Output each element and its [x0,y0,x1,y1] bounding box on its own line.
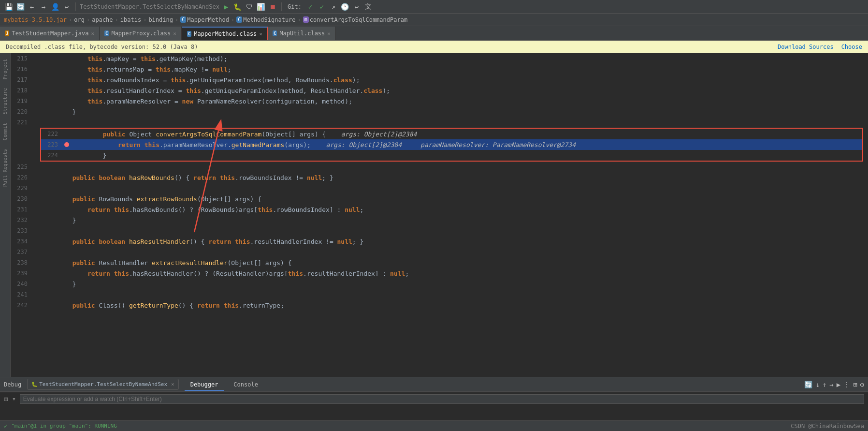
line-content-230: public RowBounds extractRowBounds(Object… [40,195,868,203]
tab-label-3: MapperMethod.class [194,30,257,37]
class-icon-mp: C [104,30,109,36]
code-line-229: 229 [11,183,868,193]
line-content-238: public ResultHandler extractResultHandle… [40,259,868,267]
code-line-221: 221 [11,117,868,128]
line-num-226: 226 [11,174,32,181]
code-line-217: 217 this.rowBoundsIndex = this.getUnique… [11,74,868,85]
debug-session[interactable]: 🐛 TestStudentMapper.TestSelectByNameAndS… [27,379,179,390]
undo-icon[interactable]: ↩ [62,2,72,12]
line-num-238: 238 [11,259,32,266]
tab-label-1: TestStudentMapper.java [12,30,88,37]
tab-close-4[interactable]: × [327,30,331,37]
breadcrumb-class1[interactable]: MapperMethod [187,16,229,23]
line-content-218: this.resultHandlerIndex = this.getUnique… [40,87,868,94]
debug-step-into-icon[interactable]: ↓ [815,381,819,388]
code-line-239: 239 return this.hasResultHandler() ? (Re… [11,268,868,279]
breadcrumb-jar[interactable]: mybatis-3.5.10.jar [4,16,67,23]
translate-icon[interactable]: 文 [363,2,373,12]
tab-label-2: MapperProxy.class [111,30,171,37]
vertical-sidebar: Project Structure Commit Pull Requests [0,53,11,377]
line-num-219: 219 [11,98,32,104]
debug-step-over-icon[interactable]: → [829,381,833,388]
debug-settings-icon[interactable]: ⚙ [860,381,864,388]
line-content-242: public Class() getReturnType() { return … [40,302,868,309]
breadcrumb-class2[interactable]: MethodSignature [243,16,295,23]
info-message: Decompiled .class file, bytecode version… [6,44,198,50]
debug-tab-console[interactable]: Console [228,379,264,391]
run-button[interactable]: ▶ [221,2,231,12]
line-content-222: public Object convertArgsToSqlCommandPar… [71,131,862,138]
code-editor[interactable]: 215 this.mapKey = this.getMapKey(method)… [11,53,868,377]
sep6: › [231,16,234,23]
line-content-216: this.returnsMap = this.mapKey != null; [40,66,868,73]
status-bar: ✓ "main"@1 in group "main": RUNNING CSDN… [0,420,868,431]
toolbar: 💾 🔄 ← → 👤 ↩ TestStudentMapper.TestSelect… [0,0,868,14]
tab-close-2[interactable]: × [173,30,176,37]
sep5: › [175,16,178,23]
download-sources-link[interactable]: Download Sources [778,44,834,50]
expression-input[interactable] [20,394,864,404]
code-line-238: 238 public ResultHandler extractResultHa… [11,257,868,268]
sidebar-pull-requests[interactable]: Pull Requests [1,145,9,191]
breadcrumb-binding[interactable]: binding [148,16,173,23]
debug-tabs-bar: Debug 🐛 TestStudentMapper.TestSelectByNa… [0,377,868,392]
line-num-242: 242 [11,302,32,309]
line-content-219: this.paramNameResolver = new ParamNameRe… [40,98,868,105]
sep3: › [115,16,118,23]
code-line-222: 222 public Object convertArgsToSqlComman… [41,129,862,139]
debug-dots-icon[interactable]: ⋮ [843,381,850,388]
git-push[interactable]: ↗ [329,2,338,12]
breadcrumb-org[interactable]: org [74,16,85,23]
debug-action-icons: 🔄 ↓ ↑ → ▶ ⋮ ⊞ ⚙ [804,381,864,388]
stop-button[interactable]: ⏹ [268,2,277,12]
coverage-button[interactable]: 🛡 [245,2,254,12]
tab-close-3[interactable]: × [259,31,262,37]
save-icon[interactable]: 💾 [4,2,14,12]
class-icon-mm: C [187,31,191,37]
tab-TestStudentMapper[interactable]: J TestStudentMapper.java × [0,27,100,40]
code-line-241: 241 [11,289,868,300]
debug-button[interactable]: 🐛 [233,2,243,12]
profile-button[interactable]: 📊 [256,2,266,12]
git-check2[interactable]: ✓ [317,2,327,12]
debug-tab-debugger[interactable]: Debugger [185,379,224,391]
git-undo[interactable]: ↩ [352,2,362,12]
git-clock[interactable]: 🕐 [340,2,350,12]
tab-MapperMethod[interactable]: C MapperMethod.class × [182,27,268,40]
filter-icon[interactable]: ⧈ [4,395,8,403]
code-line-240: 240 } [11,279,868,289]
tab-MapUtil[interactable]: C MapUtil.class × [268,27,336,40]
tab-MapperProxy[interactable]: C MapperProxy.class × [100,27,182,40]
debug-refresh-icon[interactable]: 🔄 [804,381,812,388]
debug-step-out-icon[interactable]: ↑ [823,381,826,388]
code-line-231: 231 return this.hasRowBounds() ? (RowBou… [11,204,868,215]
debug-session-close[interactable]: × [171,381,174,387]
code-line-242: 242 public Class() getReturnType() { ret… [11,300,868,311]
refresh-icon[interactable]: 🔄 [15,2,25,12]
debug-table-icon[interactable]: ⊞ [853,381,857,388]
debug-resume-icon[interactable]: ▶ [837,381,840,388]
class-icon1: C [180,16,186,23]
class-icon2: C [236,16,242,23]
breadcrumb-method[interactable]: convertArgsToSqlCommandParam [310,16,407,23]
back-icon[interactable]: ← [27,2,37,12]
forward-icon[interactable]: → [39,2,48,12]
breadcrumb-apache[interactable]: apache [92,16,113,23]
breadcrumb-ibatis[interactable]: ibatis [120,16,141,23]
line-num-216: 216 [11,66,32,73]
choose-link[interactable]: Choose [841,44,862,50]
line-num-240: 240 [11,281,32,287]
expression-bar: ⧈ ▾ [0,392,868,405]
code-line-230: 230 public RowBounds extractRowBounds(Ob… [11,193,868,204]
sidebar-structure[interactable]: Structure [1,84,9,118]
tab-close-1[interactable]: × [91,30,94,37]
sep4: › [143,16,146,23]
git-check1[interactable]: ✓ [305,2,315,12]
line-content-231: return this.hasRowBounds() ? (RowBounds)… [40,206,868,213]
sidebar-commit[interactable]: Commit [1,119,9,144]
user-icon[interactable]: 👤 [50,2,60,12]
sidebar-project[interactable]: Project [1,55,9,83]
java-icon: J [5,30,9,36]
code-line-223: 223 return this.paramNameResolver.getNam… [41,139,862,150]
dropdown-icon[interactable]: ▾ [12,395,16,402]
